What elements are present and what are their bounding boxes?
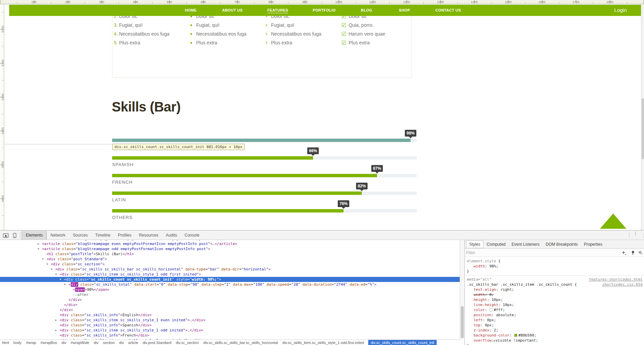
devtools-menu-icon[interactable]: ⋮ bbox=[633, 232, 638, 239]
scroll-to-top-button[interactable] bbox=[600, 214, 626, 229]
collapse-arrow-icon[interactable]: ▼ bbox=[42, 257, 44, 262]
expand-arrow-icon[interactable]: ▶ bbox=[55, 328, 57, 333]
ruler-h-label: 100 bbox=[31, 0, 36, 4]
style-property[interactable]: left: 0px; bbox=[465, 318, 644, 323]
breadcrumb-item[interactable]: div.sc_skills_count.sc_skills_count_init bbox=[368, 340, 437, 345]
dom-tree-row[interactable]: ▼<div class="sc_section"> bbox=[0, 262, 460, 267]
devtools-tab-profiles[interactable]: Profiles bbox=[114, 231, 135, 240]
breadcrumb-item[interactable]: body bbox=[14, 340, 22, 345]
breadcrumb-item[interactable]: #wrapBox bbox=[41, 340, 57, 345]
breadcrumb-item[interactable]: #wrap bbox=[26, 340, 36, 345]
dom-tree-row[interactable]: ▼<div class="sc_skills_item sc_skills_st… bbox=[0, 272, 460, 277]
breadcrumb-item[interactable]: div bbox=[62, 340, 66, 345]
stylesheet-link[interactable]: features-shortcodes.html bbox=[589, 277, 643, 282]
style-property[interactable]: line-height: 10px; bbox=[465, 302, 644, 307]
style-property[interactable]: width: 0; bbox=[465, 292, 644, 297]
element-state-icon[interactable] bbox=[638, 250, 644, 256]
breadcrumb-item[interactable]: div bbox=[94, 340, 99, 345]
list-number: 4. bbox=[114, 31, 119, 37]
devtools-tab-resources[interactable]: Resources bbox=[135, 231, 162, 240]
pin-icon[interactable] bbox=[629, 250, 636, 256]
devtools-tab-network[interactable]: Network bbox=[47, 231, 69, 240]
collapse-arrow-icon[interactable]: ▼ bbox=[51, 267, 53, 272]
nav-item-about-us[interactable]: ABOUT US bbox=[222, 8, 243, 12]
dom-tree-row[interactable]: <h1 class="postTitle">Skills (Bar)</h1> bbox=[0, 251, 460, 257]
sidebar-tab-dom-breakpoints[interactable]: DOM Breakpoints bbox=[543, 241, 581, 248]
collapse-arrow-icon[interactable]: ▼ bbox=[60, 277, 61, 282]
sidebar-tab-computed[interactable]: Computed bbox=[484, 241, 508, 248]
style-property[interactable]: width: 98%; bbox=[465, 264, 644, 269]
style-property[interactable]: position: absolute; bbox=[465, 312, 644, 318]
devtools-tab-console[interactable]: Console bbox=[181, 231, 203, 240]
breadcrumb-item[interactable]: div.sc_section bbox=[176, 340, 199, 345]
breadcrumb-item[interactable]: #wrapWide bbox=[71, 340, 89, 345]
sidebar-tab-styles[interactable]: Styles bbox=[466, 241, 483, 248]
breadcrumb-item[interactable]: article bbox=[128, 340, 138, 345]
style-property[interactable]: background-color: #80b500; bbox=[465, 333, 644, 338]
devtools-tab-audits[interactable]: Audits bbox=[162, 231, 181, 240]
dom-tree-row[interactable]: ▼<div class="sc_skills_total" data-start… bbox=[0, 282, 460, 287]
dom-tree-row[interactable]: <span>98%</span> bbox=[0, 287, 460, 292]
dom-tree-row[interactable]: <div class="sc_skills_info">French</div> bbox=[0, 333, 460, 338]
dom-tree-row[interactable]: ▶<div class="sc_skills_item sc_skills_st… bbox=[0, 328, 460, 333]
new-style-rule-icon[interactable] bbox=[621, 250, 627, 256]
dom-tree-row[interactable]: ▶<div class="sc_skills_item sc_skills_st… bbox=[0, 318, 460, 323]
breadcrumb-item[interactable]: div.sc_skills_item.sc_skills_style_1.odd… bbox=[283, 340, 364, 345]
browser-scrollbar-thumb[interactable] bbox=[642, 98, 644, 159]
dom-panel-scrollbar[interactable] bbox=[460, 240, 464, 340]
device-mode-icon[interactable] bbox=[11, 232, 18, 239]
style-property[interactable]: color: #fff; bbox=[465, 307, 644, 312]
dom-token: class bbox=[73, 277, 87, 282]
nav-item-blog[interactable]: BLOG bbox=[361, 8, 372, 12]
expand-arrow-icon[interactable]: ▶ bbox=[55, 318, 57, 323]
dom-tree-row[interactable]: <div class="sc_skills_info">Spanish</div… bbox=[0, 323, 460, 328]
skill-bar-fill bbox=[112, 139, 411, 142]
breadcrumb-item[interactable]: div.post.Standard bbox=[143, 340, 171, 345]
style-property[interactable]: text-align: right; bbox=[465, 287, 644, 292]
sidebar-tab-properties[interactable]: Properties bbox=[581, 241, 605, 248]
dom-tree-row[interactable]: ▼<article class="blogStreampage odd empt… bbox=[0, 246, 460, 251]
style-property[interactable]: height: 10px; bbox=[465, 297, 644, 302]
devtools-close-icon-partial[interactable] bbox=[642, 232, 644, 239]
dom-tree-row[interactable]: ▼<div class="sc_skills_count sc_skills_c… bbox=[0, 277, 460, 282]
collapse-arrow-icon[interactable]: ▼ bbox=[38, 246, 39, 251]
dom-tree-row[interactable]: </div> bbox=[0, 302, 460, 307]
devtools-tabs: ElementsNetworkSourcesTimelineProfilesRe… bbox=[22, 231, 203, 240]
dom-token: class bbox=[69, 328, 82, 332]
breadcrumb-item[interactable]: html bbox=[2, 340, 9, 345]
nav-item-shop[interactable]: SHOP bbox=[399, 8, 410, 12]
nav-item-contact-us[interactable]: CONTACT US bbox=[435, 8, 461, 12]
nav-item-portfolio[interactable]: PORTFOLIO bbox=[313, 8, 336, 12]
dom-tree-row[interactable]: ::after bbox=[0, 292, 460, 297]
breadcrumb-item[interactable]: div bbox=[119, 340, 124, 345]
stylesheet-link[interactable]: shortcodes.css:654 bbox=[602, 282, 643, 287]
dom-tree-row[interactable]: ▶<article class="blogStreampage even emp… bbox=[0, 241, 460, 246]
style-property[interactable]: top: 0px; bbox=[465, 323, 644, 328]
dom-tree-row[interactable]: ▼<div class="post Standard"> bbox=[0, 257, 460, 262]
devtools-tab-timeline[interactable]: Timeline bbox=[91, 231, 114, 240]
dom-tree-row[interactable]: ▼<div class="sc_skills sc_skills_bar sc_… bbox=[0, 267, 460, 272]
inspect-element-icon[interactable] bbox=[2, 232, 9, 239]
dom-tree-row[interactable]: </div> bbox=[0, 297, 460, 302]
nav-item-home[interactable]: HOME bbox=[185, 8, 197, 12]
ruler-v-label: 9300 bbox=[1, 91, 4, 103]
nav-item-features[interactable]: FEATURES bbox=[267, 8, 288, 12]
style-property[interactable]: overflow:▶visible !important; bbox=[465, 338, 644, 343]
expand-arrow-icon[interactable]: ▶ bbox=[38, 241, 39, 246]
dom-tree-row[interactable]: </div> bbox=[0, 307, 460, 312]
breadcrumb-item[interactable]: div.sc_skills.sc_skills_bar.sc_skills_ho… bbox=[203, 340, 278, 345]
dom-tree-row[interactable]: <div class="sc_skills_info">English</div… bbox=[0, 312, 460, 318]
collapse-arrow-icon[interactable]: ▼ bbox=[55, 272, 57, 277]
styles-filter-input[interactable] bbox=[466, 250, 595, 256]
collapse-arrow-icon[interactable]: ▼ bbox=[46, 262, 48, 267]
devtools-tab-elements[interactable]: Elements bbox=[22, 231, 47, 240]
collapse-arrow-icon[interactable]: ▼ bbox=[64, 282, 66, 287]
dom-token: data-stop bbox=[166, 282, 188, 287]
login-button[interactable]: Login bbox=[614, 7, 627, 13]
browser-scrollbar[interactable] bbox=[641, 0, 644, 230]
breadcrumb-item[interactable]: section bbox=[103, 340, 115, 345]
style-property[interactable]: z-index: 2; bbox=[465, 328, 644, 333]
dom-scrollbar-thumb[interactable] bbox=[461, 306, 464, 338]
devtools-tab-sources[interactable]: Sources bbox=[69, 231, 91, 240]
sidebar-tab-event-listeners[interactable]: Event Listeners bbox=[509, 241, 542, 248]
